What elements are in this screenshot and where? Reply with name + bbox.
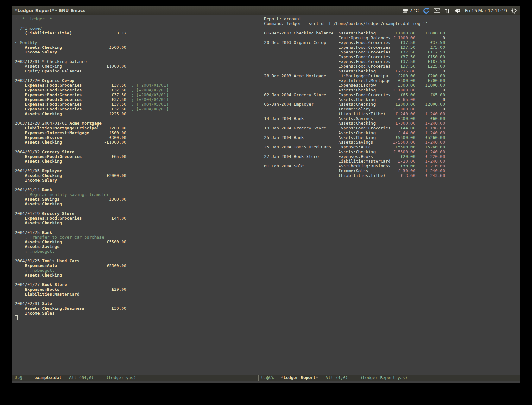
posting-line[interactable]: Assets:Savings £300.00 [15,197,261,202]
file-comment-line[interactable]: ; -*- ledger -*- [15,16,261,21]
posting-comment-line[interactable]: ; :nobudget: [15,268,261,273]
register-row[interactable]: Expens:Food:Groceries £37.50 £225.00 [264,64,520,69]
posting-line[interactable]: Assets:Checking £500.00 [15,45,261,50]
transaction-header-line[interactable]: 2004/01/02 Grocery Store [15,149,261,154]
posting-line[interactable]: Expenses:Food:Groceries £37.50 ; [=2004/… [15,92,261,97]
buffer-line[interactable] [15,145,261,149]
posting-line[interactable]: Assets:Checking £1000.00 [15,64,261,69]
register-row[interactable]: 27-Jan-2004 Book Store Expenses:Books £2… [264,154,520,159]
posting-line[interactable]: Expenses:Books £20.00 [15,287,261,292]
register-row[interactable]: Assets:Checking £-225.00 0 [264,69,520,73]
transaction-header-line[interactable]: 2004/01/19 Grocery Store [15,211,261,216]
posting-comment-line[interactable]: ; :nobudget: [15,249,261,254]
posting-line[interactable]: (Liabilities:Tithe) 0.12 [15,31,261,35]
register-row[interactable]: 28-Dec-2003 Acme Mortgage Li:Mortgage:Pr… [264,73,520,78]
register-row[interactable]: 05-Jan-2004 Employer Assets:Checking £20… [264,102,520,107]
register-row[interactable]: Expenses:Escrow £300.00 £1000.00 [264,83,520,88]
posting-line[interactable]: Expenses:Food:Groceries £37.50 ; [=2004/… [15,97,261,102]
buffer-line[interactable] [15,254,261,259]
volume-applet[interactable] [454,8,461,13]
buffer-line[interactable] [15,54,261,59]
register-row[interactable]: Equi:Opening Balances £-1000.00 0 [264,35,520,40]
buffer-line[interactable] [15,164,261,168]
register-row[interactable]: 19-Jan-2004 Grocery Store Expens:Food:Gr… [264,126,520,130]
register-row[interactable]: Assets:Checking £-300.00 £-240.00 [264,121,520,126]
posting-line[interactable]: Expenses:Food:Groceries £37.50 ; [=2004/… [15,107,261,111]
posting-line[interactable]: Assets:Checking £5500.00 [15,240,261,244]
window-titlebar[interactable]: *Ledger Report* - GNU Emacs 7 °C [12,6,520,15]
automated-xact-line[interactable]: = /^Income/ [15,26,261,31]
report-command-line[interactable]: Command: ledger --sort d -f /home/borbus… [264,21,520,26]
cursor-line[interactable] [15,315,261,320]
register-row[interactable]: Liabilitie:MasterCard £-20.00 £-240.00 [264,159,520,164]
register-row[interactable]: (Liabilities:Tithe) £-240.00 £-240.00 [264,111,520,116]
posting-line[interactable]: Assets:Checking:Business £30.00 [15,306,261,311]
modeline-source[interactable]: -U:@--- example.dat All (64,0) (Ledger y… [12,375,259,381]
register-row[interactable]: Expens:Food:Groceries £37.50 £150.00 [264,54,520,59]
transaction-header-line[interactable]: 2004/01/05 Employer [15,168,261,173]
transaction-header-line[interactable]: 2004/01/25 Bank [15,230,261,235]
posting-line[interactable]: Liabilities:Mortgage:Principal £200.00 [15,126,261,130]
register-row[interactable]: 01-Feb-2004 Sale Ass:Checking:Business £… [264,164,520,168]
buffer-line[interactable] [15,35,261,40]
transaction-header-line[interactable]: 2004/01/14 Bank [15,187,261,192]
register-row[interactable]: Assets:Checking £-1000.00 0 [264,88,520,92]
register-row[interactable]: Assets:Savings £-5500.00 £-240.00 [264,140,520,145]
posting-line[interactable]: Assets:Checking [15,159,261,164]
update-applet[interactable] [423,7,430,14]
report-separator-line[interactable]: ========================================… [264,26,520,31]
buffer-line[interactable] [15,116,261,121]
ledger-report-pane[interactable]: Report: accountCommand: ledger --sort d … [261,15,520,375]
transaction-header-line[interactable]: 2003/12/01 * Checking balance [15,59,261,64]
posting-line[interactable]: Expenses:Food:Groceries £37.50 ; [=2004/… [15,88,261,92]
weather-applet[interactable]: 7 °C [402,8,419,14]
register-row[interactable]: Income:Salary £-2000.00 0 [264,107,520,111]
transaction-header-line[interactable]: 2003/12/28=2004/01/01 Acme Mortgage [15,121,261,126]
register-row[interactable]: Assets:Checking £-5500.00 £-240.00 [264,149,520,154]
transaction-header-line[interactable]: 2003/12/20 Organic Co-op [15,78,261,83]
network-applet[interactable] [445,8,450,14]
posting-line[interactable]: Assets:Checking -£1000.00 [15,140,261,145]
posting-comment-line[interactable]: ; Transfer to cover car purchase [15,235,261,240]
posting-line[interactable]: Expenses:Auto £5500.00 [15,263,261,268]
register-row[interactable]: Assets:Checking £-65.00 0 [264,97,520,102]
posting-line[interactable]: Income:Sales [15,311,261,315]
posting-comment-line[interactable]: ; Regular monthly savings transfer [15,192,261,197]
register-row[interactable]: 25-Jan-2004 Bank Assets:Checking £5500.0… [264,135,520,140]
modeline-buffer-name[interactable]: *Ledger Report* [281,375,318,380]
register-row[interactable]: Expens:Food:Groceries £37.50 £112.50 [264,50,520,54]
buffer-line[interactable] [15,21,261,26]
posting-line[interactable]: Expenses:Food:Groceries £65.00 [15,154,261,159]
register-row[interactable]: 14-Jan-2004 Bank Assets:Savings £300.00 … [264,116,520,121]
buffer-line[interactable] [15,73,261,78]
buffer-line[interactable] [15,296,261,301]
session-menu[interactable] [511,8,517,14]
buffer-line[interactable] [15,183,261,187]
posting-line[interactable]: Expenses:Food:Groceries £37.50 ; [=2004/… [15,102,261,107]
posting-line[interactable]: Assets:Checking £2000.00 [15,173,261,178]
posting-line[interactable]: Assets:Savings [15,244,261,249]
posting-line[interactable]: Assets:Checking [15,273,261,277]
register-row[interactable]: Income:Sales £-30.00 £-240.00 [264,168,520,173]
mail-applet[interactable] [434,8,440,13]
register-row[interactable]: 02-Jan-2004 Grocery Store Expens:Food:Gr… [264,92,520,97]
posting-line[interactable]: Expenses:Escrow £300.00 [15,135,261,140]
register-row[interactable]: 01-Dec-2003 Checking balance Assets:Chec… [264,31,520,35]
posting-line[interactable]: Expenses:Food:Groceries £37.50 ; [=2004/… [15,83,261,88]
register-row[interactable]: (Liabilities:Tithe) £-3.60 £-243.60 [264,173,520,178]
buffer-line[interactable] [15,277,261,282]
register-row[interactable]: Exp:Interest:Mortgage £500.00 £700.00 [264,78,520,83]
buffer-line[interactable] [15,225,261,230]
periodic-xact-line[interactable]: ~ Monthly [15,40,261,45]
posting-line[interactable]: Assets:Checking [15,202,261,206]
posting-line[interactable]: Income:Salary [15,178,261,183]
report-title-line[interactable]: Report: account [264,16,520,21]
modeline-buffer-name[interactable]: example.dat [34,375,61,380]
buffer-line[interactable] [15,206,261,211]
posting-line[interactable]: Assets:Checking [15,221,261,225]
register-row[interactable]: Assets:Checking £-44.00 £-240.00 [264,130,520,135]
register-row[interactable]: Expens:Food:Groceries £37.50 £75.00 [264,45,520,50]
register-row[interactable]: 20-Dec-2003 Organic Co-op Expens:Food:Gr… [264,40,520,45]
posting-line[interactable]: Income:Salary [15,50,261,54]
posting-line[interactable]: Liabilities:MasterCard [15,292,261,296]
